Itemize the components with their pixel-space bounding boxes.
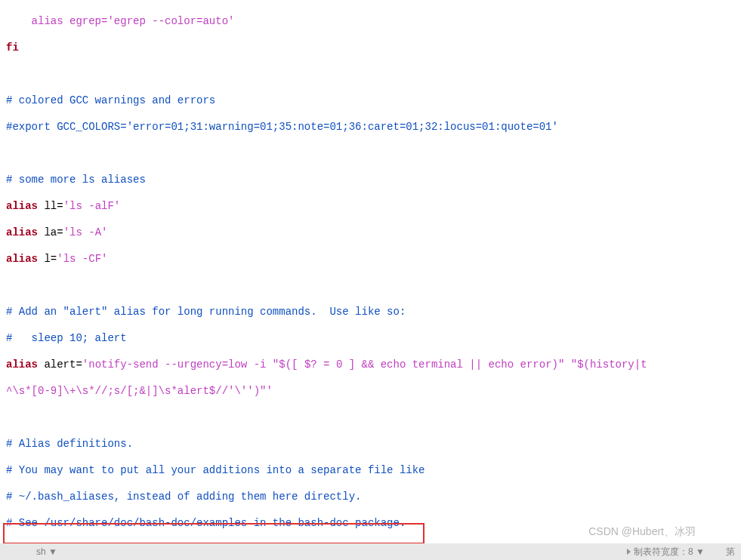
cursor-position[interactable]: 第	[726, 546, 735, 558]
code-line: alias alert='notify-send --urgency=low -…	[6, 358, 735, 372]
code-line: alias egrep='egrep --color=auto'	[6, 15, 735, 29]
code-line	[6, 147, 735, 161]
tab-width-selector[interactable]: 制表符宽度：8 ▼	[627, 546, 705, 558]
code-line: #export GCC_COLORS='error=01;31:warning=…	[6, 121, 735, 134]
code-line	[6, 411, 735, 425]
code-line: ^\s*[0-9]\+\s*//;s/[;&|]\s*alert$//'\'')…	[6, 385, 735, 398]
code-line	[6, 279, 735, 293]
code-line: alias ll='ls -alF'	[6, 200, 735, 214]
code-line: # some more ls aliases	[6, 174, 735, 187]
code-line: # Alias definitions.	[6, 438, 735, 451]
language-selector[interactable]: sh ▼	[36, 546, 57, 557]
code-line	[6, 68, 735, 82]
code-editor[interactable]: alias egrep='egrep --color=auto' fi # co…	[0, 0, 741, 560]
code-line: # sleep 10; alert	[6, 332, 735, 346]
code-line: # ~/.bash_aliases, instead of adding the…	[6, 491, 735, 504]
code-line: alias l='ls -CF'	[6, 253, 735, 266]
status-bar: sh ▼ 制表符宽度：8 ▼ 第	[0, 543, 741, 560]
code-line: fi	[6, 42, 735, 55]
code-line: # You may want to put all your additions…	[6, 464, 735, 478]
arrow-icon	[627, 549, 631, 555]
code-line: alias la='ls -A'	[6, 226, 735, 240]
code-line: # See /usr/share/doc/bash-doc/examples i…	[6, 517, 735, 531]
code-line: # Add an "alert" alias for long running …	[6, 306, 735, 319]
code-line: # colored GCC warnings and errors	[6, 94, 735, 108]
